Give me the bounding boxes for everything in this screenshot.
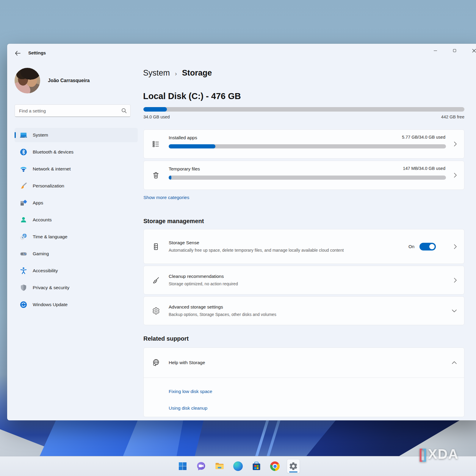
system-icon — [19, 131, 27, 139]
accessibility-icon — [19, 267, 27, 275]
cleanup-recommendations-row[interactable]: Cleanup recommendations Storage optimize… — [143, 266, 464, 295]
taskbar — [0, 456, 476, 476]
chevron-up-icon — [452, 361, 457, 364]
help-with-storage-header[interactable]: Help with Storage — [144, 348, 464, 378]
back-arrow-icon — [15, 51, 21, 56]
storage-sense-icon — [152, 243, 160, 250]
chrome-button[interactable] — [268, 459, 281, 473]
avatar — [15, 68, 40, 93]
window-title: Settings — [28, 50, 46, 55]
sidebar-item-label: Network & internet — [33, 166, 71, 172]
disk-usage-fill — [143, 107, 167, 112]
settings-gear-icon — [289, 461, 298, 471]
show-more-categories-link[interactable]: Show more categories — [143, 195, 189, 200]
user-name: João Carrasqueira — [48, 78, 90, 83]
disk-used-label: 34.0 GB used — [143, 115, 170, 119]
chevron-right-icon — [453, 141, 457, 147]
sidebar-item-label: Personalization — [33, 183, 64, 189]
sidebar-item-gaming[interactable]: Gaming — [15, 247, 138, 261]
time-language-icon — [19, 233, 27, 241]
file-explorer-icon — [214, 461, 225, 471]
temporary-files-row[interactable]: Temporary files 147 MB/34.0 GB used — [143, 161, 464, 190]
edge-icon — [233, 461, 243, 471]
storage-management-heading: Storage management — [143, 218, 204, 225]
chat-icon — [196, 461, 206, 471]
installed-apps-row[interactable]: Installed apps 5.77 GB/34.0 GB used — [143, 129, 464, 159]
temporary-files-icon — [152, 171, 160, 179]
using-disk-cleanup-link[interactable]: Using disk cleanup — [169, 405, 212, 411]
chat-button[interactable] — [195, 459, 208, 473]
sidebar-item-label: Bluetooth & devices — [33, 149, 73, 155]
breadcrumb-storage: Storage — [182, 68, 212, 78]
advanced-storage-row[interactable]: Advanced storage settings Backup options… — [143, 296, 464, 325]
file-explorer-button[interactable] — [213, 459, 226, 473]
related-support-heading: Related support — [143, 335, 189, 342]
toggle-knob — [429, 244, 435, 249]
sidebar-item-network-internet[interactable]: Network & internet — [15, 162, 138, 176]
sidebar-item-accounts[interactable]: Accounts — [15, 213, 138, 227]
chevron-right-icon — [453, 244, 457, 250]
cleanup-description: Storage optimized, no action required — [169, 281, 383, 287]
sidebar-item-bluetooth-devices[interactable]: Bluetooth & devices — [15, 145, 138, 159]
installed-apps-bar — [169, 144, 446, 148]
installed-apps-value: 5.77 GB/34.0 GB used — [402, 135, 445, 140]
start-button[interactable] — [176, 459, 189, 473]
chrome-icon — [270, 461, 280, 471]
sidebar-nav: System Bluetooth & devices Network & int… — [15, 128, 138, 314]
sidebar-item-label: Apps — [33, 200, 43, 206]
storage-sense-row[interactable]: Storage Sense Automatically free up spac… — [143, 229, 464, 264]
bluetooth-icon — [19, 148, 27, 156]
settings-window: Settings João Carrasqueira System — [7, 44, 476, 420]
storage-sense-toggle[interactable] — [419, 243, 436, 250]
search-icon — [121, 108, 127, 113]
back-button[interactable] — [13, 49, 22, 57]
sidebar-item-windows-update[interactable]: Windows Update — [15, 298, 138, 312]
fixing-low-disk-space-link[interactable]: Fixing low disk space — [169, 389, 212, 394]
accounts-icon — [19, 216, 27, 224]
settings-taskbar-button[interactable] — [287, 459, 300, 473]
sidebar-item-label: Accounts — [33, 217, 52, 223]
advanced-storage-title: Advanced storage settings — [169, 304, 383, 309]
breadcrumb-system[interactable]: System — [143, 68, 170, 78]
temporary-files-bar — [169, 176, 446, 180]
storage-sense-description: Automatically free up space, delete temp… — [169, 247, 383, 253]
advanced-storage-description: Backup options, Storage Spaces, other di… — [169, 311, 383, 317]
storage-sense-state: On — [408, 244, 414, 249]
storage-sense-title: Storage Sense — [169, 240, 383, 245]
sidebar-item-label: Windows Update — [33, 302, 68, 307]
user-profile[interactable]: João Carrasqueira — [15, 68, 90, 93]
help-globe-icon — [152, 359, 160, 367]
cleanup-title: Cleanup recommendations — [169, 273, 383, 279]
chevron-down-icon — [452, 309, 457, 312]
edge-button[interactable] — [231, 459, 245, 473]
sidebar-item-label: System — [33, 132, 48, 138]
windows-update-icon — [19, 301, 27, 309]
sidebar-item-system[interactable]: System — [15, 128, 138, 142]
personalization-icon — [19, 182, 27, 190]
sidebar-item-label: Gaming — [33, 251, 49, 256]
sidebar-item-accessibility[interactable]: Accessibility — [15, 264, 138, 278]
help-with-storage-card: Help with Storage Fixing low disk space … — [143, 347, 464, 417]
disk-free-label: 442 GB free — [441, 115, 464, 119]
chevron-right-icon — [453, 172, 457, 178]
cleanup-icon — [152, 276, 160, 284]
sidebar-item-label: Accessibility — [33, 268, 58, 273]
network-icon — [19, 165, 27, 173]
search-box — [15, 104, 131, 117]
breadcrumb-separator-icon: › — [175, 69, 177, 77]
sidebar-item-privacy-security[interactable]: Privacy & security — [15, 281, 138, 295]
privacy-security-icon — [19, 284, 27, 292]
xda-watermark: [] XDA — [419, 447, 459, 461]
sidebar-item-time-language[interactable]: Time & language — [15, 230, 138, 244]
microsoft-store-icon — [251, 461, 262, 471]
breadcrumb: System › Storage — [143, 68, 212, 78]
xda-watermark-text: XDA — [428, 447, 459, 461]
search-input[interactable] — [19, 105, 117, 117]
disk-usage-bar — [143, 107, 464, 112]
sidebar-item-personalization[interactable]: Personalization — [15, 179, 138, 193]
microsoft-store-button[interactable] — [250, 459, 263, 473]
sidebar-item-label: Privacy & security — [33, 285, 69, 290]
chevron-right-icon — [453, 277, 457, 283]
sidebar-item-apps[interactable]: Apps — [15, 196, 138, 210]
help-with-storage-title: Help with Storage — [169, 360, 205, 365]
